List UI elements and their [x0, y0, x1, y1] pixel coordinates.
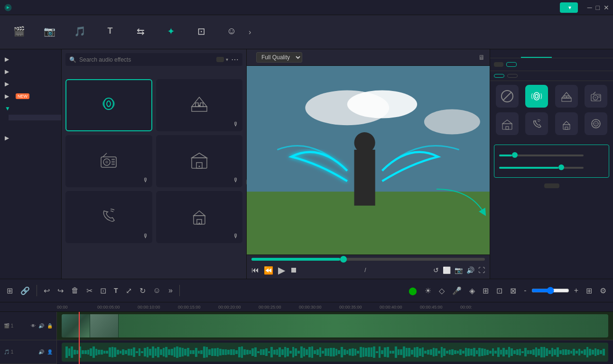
- sidebar-subitem-audio-drive[interactable]: [9, 126, 61, 132]
- playhead[interactable]: [79, 312, 80, 364]
- clip-button[interactable]: ⬜: [443, 266, 451, 274]
- voice-item-big-room[interactable]: [494, 112, 520, 137]
- tab-color[interactable]: [552, 49, 583, 58]
- zoom-in-button[interactable]: +: [571, 284, 581, 297]
- voice-item-echo[interactable]: [523, 85, 550, 109]
- transitions-icon: ⇆: [137, 26, 145, 37]
- sidebar-item-newblue-fx[interactable]: ▶: [0, 132, 61, 144]
- add-track-button[interactable]: ⊞: [4, 284, 16, 297]
- video-clip[interactable]: [62, 314, 608, 337]
- maximize-icon[interactable]: □: [596, 4, 600, 11]
- tab-video[interactable]: [490, 49, 521, 58]
- more-options-button[interactable]: ⋯: [231, 55, 239, 64]
- reset-button[interactable]: [544, 183, 559, 188]
- subtab-voice-character[interactable]: [507, 74, 518, 78]
- tab-speed[interactable]: [582, 49, 613, 58]
- voice-item-none[interactable]: [494, 85, 520, 109]
- titlebar-right: ▾ ─ □ ✕: [560, 2, 609, 13]
- frame-back-button[interactable]: ⏪: [264, 266, 273, 275]
- progress-bar[interactable]: [251, 258, 485, 261]
- sidebar-subitem-audio-visual[interactable]: [9, 120, 61, 126]
- tool-titles[interactable]: T: [95, 17, 125, 47]
- voice-item-phone[interactable]: [523, 112, 550, 137]
- settings-button[interactable]: ⚙: [597, 284, 609, 297]
- svg-rect-45: [565, 127, 568, 129]
- toolbar-more-arrow[interactable]: ›: [247, 26, 253, 38]
- loop-button[interactable]: ↺: [433, 266, 439, 274]
- effect-card-big-room[interactable]: 🎙: [156, 135, 243, 187]
- stop-button[interactable]: ⏹: [290, 266, 297, 274]
- minimize-icon[interactable]: ─: [587, 4, 592, 11]
- close-icon[interactable]: ✕: [604, 4, 609, 11]
- filter-all-button[interactable]: [216, 57, 224, 62]
- menu-view[interactable]: [291, 7, 295, 9]
- duplicate-button[interactable]: ⊡: [493, 284, 505, 297]
- voice-item-small-room[interactable]: [553, 112, 580, 137]
- keyframe-button[interactable]: ◈: [466, 284, 478, 297]
- play-button[interactable]: ▶: [278, 264, 285, 276]
- sidebar-item-mine[interactable]: ▶: [0, 53, 61, 65]
- menu-help[interactable]: [303, 7, 306, 9]
- search-input[interactable]: [79, 56, 214, 63]
- menu-tools[interactable]: [280, 7, 284, 9]
- effect-card-echo[interactable]: [65, 79, 152, 131]
- sidebar-subitem-voice-changer[interactable]: [9, 115, 61, 120]
- subtab-voice-changer[interactable]: [506, 62, 517, 67]
- voice-item-lobby[interactable]: [553, 85, 580, 109]
- tool-stickers[interactable]: ☺: [216, 17, 247, 47]
- quality-select[interactable]: Full Quality Half Quality: [256, 52, 302, 63]
- grid-view-button[interactable]: ⊞: [583, 284, 595, 297]
- audio-clip[interactable]: const bars = document.querySelector('.wa…: [62, 343, 608, 362]
- menu-edit[interactable]: [269, 7, 272, 9]
- brightness-button[interactable]: ☀: [422, 284, 434, 297]
- subtab-voice-filters[interactable]: [494, 74, 504, 78]
- effect-card-old-radio[interactable]: 🎙: [65, 135, 152, 187]
- delete-button[interactable]: 🗑: [68, 284, 82, 297]
- export-button[interactable]: ▾: [560, 2, 578, 13]
- rotate-button[interactable]: ↻: [137, 284, 149, 297]
- cut-button[interactable]: ✂: [84, 284, 95, 297]
- tool-media[interactable]: 🎬: [4, 17, 34, 47]
- effect-card-lobby[interactable]: 🎙: [156, 79, 243, 131]
- sidebar-item-audio-effects[interactable]: ▼: [0, 102, 61, 115]
- record-button[interactable]: ⬤: [406, 284, 420, 297]
- subtab-basic[interactable]: [494, 62, 503, 67]
- split-button[interactable]: ⊞: [480, 284, 492, 297]
- rewind-button[interactable]: ⏮: [251, 266, 259, 274]
- snapshot-button[interactable]: 📷: [455, 266, 463, 274]
- tool-transitions[interactable]: ⇆: [125, 17, 156, 47]
- sidebar-item-recommended[interactable]: ▶: [0, 65, 61, 78]
- speed-button[interactable]: ⊠: [507, 284, 519, 297]
- tool-filters[interactable]: ⊡: [186, 17, 216, 47]
- tab-audio[interactable]: [521, 49, 552, 58]
- decay-factor-slider[interactable]: [499, 167, 584, 169]
- menu-file[interactable]: [257, 7, 261, 9]
- effect-card-small-room[interactable]: 🎙: [156, 191, 243, 243]
- redo-button[interactable]: ↪: [55, 284, 66, 297]
- transform-button[interactable]: ⤢: [123, 284, 135, 297]
- sidebar-item-body-effects[interactable]: ▶ NEW: [0, 90, 61, 102]
- delay-time-slider[interactable]: [499, 155, 584, 156]
- voice-item-old-radio[interactable]: [583, 85, 609, 109]
- svg-marker-33: [562, 92, 571, 98]
- tool-audio[interactable]: 🎵: [65, 17, 95, 47]
- mask-button[interactable]: ◇: [436, 284, 447, 297]
- audio-record-button[interactable]: 🎤: [449, 284, 464, 297]
- fullscreen-button[interactable]: ⛶: [478, 266, 485, 274]
- text-button[interactable]: T: [111, 285, 121, 296]
- emoji-button[interactable]: ☺: [150, 284, 164, 297]
- crop-button[interactable]: ⊡: [97, 284, 109, 297]
- big-room-icon: [188, 139, 211, 181]
- tool-effects[interactable]: ✦: [156, 17, 186, 47]
- zoom-slider[interactable]: [531, 287, 569, 294]
- effect-card-phone[interactable]: 🎙: [65, 191, 152, 243]
- link-button[interactable]: 🔗: [18, 284, 33, 297]
- zoom-out-button[interactable]: -: [521, 284, 529, 297]
- more-tools-button[interactable]: »: [166, 284, 176, 297]
- voice-item-diving[interactable]: [583, 112, 609, 137]
- volume-button[interactable]: 🔊: [466, 266, 474, 274]
- chevron-down-icon3[interactable]: ▾: [226, 57, 228, 62]
- undo-button[interactable]: ↩: [41, 284, 53, 297]
- sidebar-item-video-effects[interactable]: ▶: [0, 78, 61, 90]
- tool-stock-media[interactable]: 📷: [34, 17, 65, 47]
